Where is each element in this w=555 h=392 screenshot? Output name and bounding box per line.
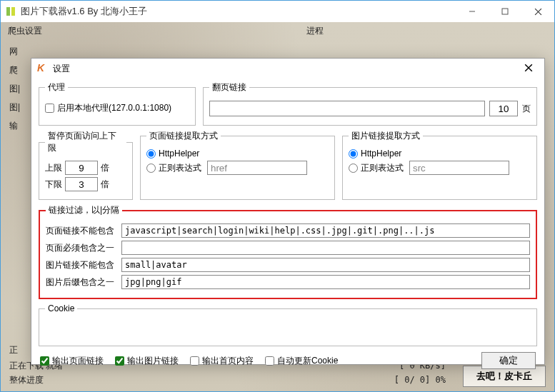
- menu-process[interactable]: 进程: [306, 25, 324, 37]
- page-extract-group: 页面链接提取方式 HttpHelper 正则表达式: [140, 130, 335, 200]
- page-extract-httphelper-radio[interactable]: [146, 149, 156, 159]
- left-label: 网: [9, 42, 20, 61]
- main-title: 图片下载器v1.6 By 北海小王子: [21, 5, 147, 18]
- left-label: 输: [9, 116, 20, 135]
- dialog-title: 设置: [53, 63, 70, 75]
- filter-img-suffix-input[interactable]: [121, 275, 530, 289]
- main-titlebar: 图片下载器v1.6 By 北海小王子: [1, 1, 554, 22]
- auto-update-cookie-label: 自动更新Cookie: [277, 355, 338, 367]
- left-label: 图|: [9, 98, 20, 116]
- img-extract-group: 图片链接提取方式 HttpHelper 正则表达式: [342, 130, 537, 200]
- pause-down-label: 下限: [45, 179, 62, 191]
- img-extract-httphelper-radio[interactable]: [349, 149, 358, 159]
- pause-legend: 暂停页面访问上下限: [45, 130, 126, 154]
- pause-up-label: 上限: [45, 162, 62, 174]
- svg-rect-3: [502, 9, 508, 14]
- dialog-bottom-bar: 输出页面链接 输出图片链接 输出首页内容 自动更新Cookie 确定: [39, 346, 537, 371]
- menu-crawler-settings[interactable]: 爬虫设置: [8, 25, 42, 37]
- filter-group: 链接过滤，以|分隔 页面链接不能包含 页面必须包含之一 图片链接不能包含: [39, 204, 537, 299]
- dialog-icon: K: [37, 63, 49, 74]
- minimize-button[interactable]: [456, 1, 489, 22]
- img-extract-r1-label: HttpHelper: [361, 149, 401, 159]
- cookie-group: Cookie: [39, 303, 537, 346]
- nextpage-count-input[interactable]: [489, 101, 518, 116]
- close-button[interactable]: [521, 1, 554, 22]
- pause-up-input[interactable]: [65, 161, 98, 175]
- pause-down-suffix: 倍: [101, 179, 109, 191]
- settings-dialog: K 设置 代理 启用本地代理(127.0.0.1:1080): [31, 58, 545, 365]
- nextpage-suffix: 页: [522, 103, 531, 115]
- output-img-links-label: 输出图片链接: [127, 355, 179, 367]
- cookie-textarea[interactable]: [45, 318, 531, 338]
- main-window: 图片下载器v1.6 By 北海小王子 爬虫设置 进程 网 爬 图| 图| 输 正…: [0, 0, 555, 392]
- menu-bar: 爬虫设置 进程: [1, 22, 554, 39]
- nextpage-legend: 翻页链接: [209, 81, 249, 94]
- output-homepage-checkbox[interactable]: [190, 356, 199, 366]
- svg-rect-1: [11, 7, 15, 16]
- ok-button[interactable]: 确定: [481, 352, 536, 369]
- status-progress-value: [ 0/ 0] 0%: [394, 375, 446, 385]
- img-extract-legend: 图片链接提取方式: [349, 130, 423, 142]
- proxy-legend: 代理: [45, 81, 68, 94]
- pause-group: 暂停页面访问上下限 上限 倍 下限 倍: [39, 130, 133, 200]
- proxy-group: 代理 启用本地代理(127.0.0.1:1080): [39, 81, 196, 126]
- output-img-links-checkbox[interactable]: [115, 356, 124, 366]
- filter-img-exclude-input[interactable]: [121, 258, 530, 272]
- page-extract-r1-label: HttpHelper: [159, 149, 199, 159]
- app-icon: [5, 6, 16, 17]
- cookie-legend: Cookie: [45, 303, 77, 313]
- filter-legend: 链接过滤，以|分隔: [46, 204, 122, 216]
- dialog-close-button[interactable]: [519, 62, 539, 75]
- page-extract-legend: 页面链接提取方式: [146, 130, 221, 142]
- page-extract-regex-input[interactable]: [207, 161, 307, 175]
- main-left-labels: 网 爬 图| 图| 输: [9, 42, 20, 135]
- pause-up-suffix: 倍: [101, 162, 109, 174]
- img-extract-regex-radio[interactable]: [349, 164, 358, 173]
- left-label: 爬: [9, 61, 20, 79]
- img-extract-r2-label: 正则表达式: [361, 162, 404, 174]
- left-label: 图|: [9, 79, 20, 98]
- main-body: 爬虫设置 进程 网 爬 图| 图| 输 正 正在下载 就绪 [ 0 KB/s] …: [1, 22, 554, 391]
- maximize-button[interactable]: [489, 1, 521, 22]
- proxy-enable-label: 启用本地代理(127.0.0.1:1080): [57, 102, 171, 114]
- auto-update-cookie-checkbox[interactable]: [265, 356, 274, 366]
- proxy-enable-checkbox[interactable]: [45, 104, 54, 113]
- output-page-links-checkbox[interactable]: [40, 356, 49, 366]
- nextpage-group: 翻页链接 页: [203, 81, 537, 126]
- img-extract-regex-input[interactable]: [409, 161, 509, 175]
- nextpage-url-input[interactable]: [209, 101, 485, 116]
- output-page-links-label: 输出页面链接: [52, 355, 104, 367]
- filter-page-exclude-input[interactable]: [121, 223, 530, 238]
- output-homepage-label: 输出首页内容: [202, 355, 254, 367]
- page-extract-regex-radio[interactable]: [146, 164, 156, 173]
- filter-page-include-input[interactable]: [121, 241, 530, 255]
- filter-page-include-label: 页面必须包含之一: [46, 242, 117, 254]
- page-extract-r2-label: 正则表达式: [159, 162, 201, 174]
- filter-img-exclude-label: 图片链接不能包含: [46, 259, 117, 271]
- filter-page-exclude-label: 页面链接不能包含: [46, 225, 117, 237]
- filter-img-suffix-label: 图片后缀包含之一: [46, 276, 117, 288]
- dialog-titlebar: K 设置: [31, 59, 544, 79]
- svg-rect-0: [6, 7, 10, 16]
- pause-down-input[interactable]: [65, 177, 98, 191]
